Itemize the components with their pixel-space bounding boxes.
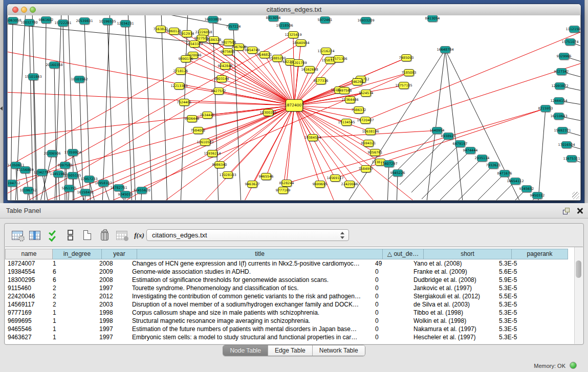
network-node[interactable]: 16648784	[440, 46, 450, 53]
network-node[interactable]: 12093872	[555, 82, 565, 90]
network-node[interactable]: 9699695	[315, 181, 325, 188]
network-node[interactable]: 13216224	[321, 48, 331, 55]
network-node[interactable]: 17016504	[561, 141, 572, 148]
network-node[interactable]: 15101843	[28, 73, 38, 80]
network-node[interactable]: 16033809	[208, 16, 218, 23]
column-header-pagerank[interactable]: pagerank	[512, 249, 568, 259]
network-node[interactable]: 11675311	[567, 155, 577, 162]
table-row[interactable]: 969969511998Structural magnetic resonanc…	[5, 317, 574, 325]
select-all-button[interactable]	[46, 228, 59, 243]
tab-edge-table[interactable]: Edge Table	[268, 345, 312, 356]
network-node[interactable]: 7634447	[202, 112, 212, 119]
network-node[interactable]: 9806448	[187, 115, 197, 122]
network-node[interactable]: 16958107	[98, 180, 108, 187]
network-node[interactable]: 17571306	[334, 55, 344, 62]
network-node[interactable]: 9475685	[223, 48, 233, 55]
column-header-name[interactable]: name	[5, 249, 53, 259]
network-node[interactable]: 7584997	[361, 165, 371, 172]
network-canvas[interactable]: 7163822886012889129342222605898275051654…	[8, 15, 580, 200]
create-column-button[interactable]	[80, 228, 94, 243]
table-row[interactable]: 2242004622012Investigating the contribut…	[5, 292, 574, 300]
network-node[interactable]: 12325419	[288, 31, 298, 38]
network-node[interactable]: 10638196	[365, 128, 376, 135]
delete-table-button[interactable]	[115, 228, 128, 243]
close-panel-icon[interactable]	[577, 208, 583, 214]
network-node[interactable]: 2935114	[477, 155, 487, 162]
network-node[interactable]: 7386372	[354, 106, 364, 114]
network-node[interactable]: 16158431	[80, 189, 91, 196]
window-titlebar[interactable]: citations_edges.txt	[7, 4, 581, 16]
column-header-title[interactable]: title	[137, 249, 383, 259]
network-node[interactable]: 15936214	[207, 150, 217, 157]
table-row[interactable]: 946554611997Estimation of the future num…	[5, 325, 574, 333]
network-node[interactable]: 5051355	[64, 185, 74, 192]
network-node[interactable]: 9845226	[393, 169, 403, 177]
network-node[interactable]: 17028103	[223, 171, 233, 179]
network-node[interactable]: 2718126	[176, 68, 186, 75]
network-node[interactable]: 9777169	[278, 187, 288, 194]
network-node[interactable]: 7185083	[404, 69, 414, 76]
network-node[interactable]: 7932621	[488, 162, 498, 169]
network-node[interactable]: 9242848	[220, 62, 230, 70]
table-row[interactable]: 1872400712008Changes of HCN gene express…	[5, 259, 574, 268]
network-node[interactable]: 13505135	[68, 172, 78, 179]
network-node[interactable]: 9177316	[316, 77, 326, 84]
table-row[interactable]: 946362711997Embryonic stem cells: a mode…	[5, 333, 574, 341]
network-node[interactable]: 22420046	[344, 181, 355, 188]
network-node[interactable]: 19218506	[279, 22, 290, 29]
network-node[interactable]: 9474444	[465, 147, 475, 154]
network-node[interactable]: 12034231	[120, 20, 130, 27]
network-node[interactable]: 9861602	[41, 16, 51, 24]
network-node[interactable]: 2803144	[216, 75, 227, 82]
network-node[interactable]: 12610582	[200, 139, 210, 146]
network-node[interactable]: 7524401	[179, 99, 189, 106]
function-builder-button[interactable]: f(x)	[133, 228, 146, 243]
network-node[interactable]: 9450312	[532, 192, 542, 199]
network-node[interactable]: 17359924	[68, 149, 78, 156]
network-node[interactable]: 15134545	[341, 119, 352, 126]
network-node[interactable]: 18640934	[296, 39, 306, 47]
show-column-button[interactable]	[28, 228, 41, 243]
network-node[interactable]: 21364486	[345, 96, 355, 103]
network-node[interactable]: 8454749	[247, 47, 257, 54]
network-node[interactable]: 8938923	[443, 133, 453, 140]
table-row[interactable]: 977716911998Corpus callosum shape and si…	[5, 309, 574, 317]
network-node[interactable]: 9245652	[521, 185, 532, 192]
tab-node-table[interactable]: Node Table	[223, 345, 268, 356]
network-node[interactable]: 9146821	[259, 51, 270, 58]
network-node[interactable]: 9056761	[370, 149, 380, 156]
network-node[interactable]: 11607297	[384, 160, 394, 167]
network-node[interactable]: 9245013	[120, 191, 130, 198]
right-splitter[interactable]	[584, 0, 588, 203]
network-node[interactable]: 16210643	[554, 113, 564, 120]
network-node[interactable]: 15751074	[565, 38, 575, 46]
network-node[interactable]: 12342757	[37, 169, 47, 176]
network-node[interactable]: 12455620	[137, 187, 147, 194]
network-node[interactable]: 7357224	[228, 23, 238, 30]
network-node[interactable]: 9097588	[60, 162, 70, 169]
table-scrollbar[interactable]	[574, 247, 583, 344]
network-node[interactable]: 20160358	[49, 61, 59, 69]
network-node[interactable]: 16162658	[304, 66, 315, 73]
network-node[interactable]: 8860128	[169, 28, 179, 35]
network-node[interactable]: 8186328	[209, 36, 219, 43]
network-node[interactable]: 8986340	[214, 161, 225, 168]
delete-column-button[interactable]	[98, 228, 111, 243]
left-splitter[interactable]	[0, 0, 4, 203]
network-node[interactable]: 10032780	[24, 19, 34, 26]
network-node[interactable]: 2967608	[234, 43, 244, 51]
network-node[interactable]: 8813054	[268, 15, 278, 21]
network-node[interactable]: 11156869	[20, 166, 30, 173]
table-row[interactable]: 1456911722003Disruption of a novel membe…	[5, 300, 574, 309]
network-node[interactable]: 1640954	[432, 127, 442, 134]
column-header-out_de[interactable]: △ out_de…	[383, 249, 424, 259]
network-node[interactable]: 8215953	[540, 105, 551, 112]
network-node[interactable]: 16720407	[360, 117, 371, 124]
network-node[interactable]: 8471676	[499, 170, 510, 177]
network-node[interactable]: 10103562	[74, 76, 84, 83]
network-node[interactable]: 6479197	[455, 140, 465, 147]
network-node[interactable]: 3624574	[361, 90, 371, 97]
network-node[interactable]: 16933209	[361, 17, 371, 24]
network-node[interactable]: 9329966	[559, 53, 569, 60]
network-node[interactable]: 8594321	[363, 140, 374, 147]
